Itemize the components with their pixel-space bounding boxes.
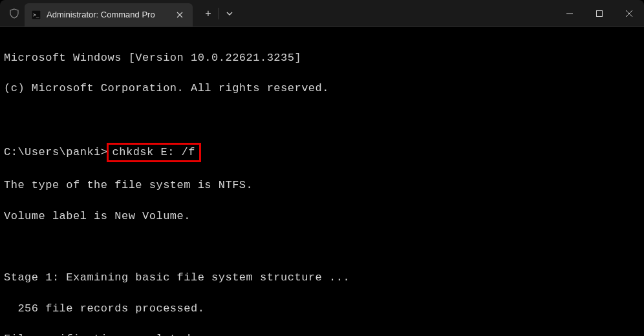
titlebar: >_ Administrator: Command Pro +: [0, 0, 644, 27]
command-highlight: chkdsk E: /f: [107, 143, 201, 162]
prompt-line: C:\Users\panki>chkdsk E: /f: [4, 143, 640, 162]
minimize-button[interactable]: [555, 0, 585, 27]
svg-rect-2: [597, 10, 603, 16]
output-line: 256 file records processed.: [4, 301, 640, 317]
blank-line: [4, 112, 640, 127]
terminal-tab[interactable]: >_ Administrator: Command Pro: [25, 3, 193, 26]
output-line: (c) Microsoft Corporation. All rights re…: [4, 81, 640, 96]
output-line: Microsoft Windows [Version 10.0.22621.32…: [4, 50, 640, 66]
output-line: Volume label is New Volume.: [4, 209, 640, 224]
blank-line: [4, 239, 640, 255]
prompt: C:\Users\panki>: [4, 145, 108, 160]
svg-text:>_: >_: [33, 12, 39, 18]
cmd-icon: >_: [31, 10, 41, 20]
tab-actions: +: [198, 3, 240, 24]
output-line: File verification completed.: [4, 331, 640, 336]
window-controls: [555, 0, 644, 26]
close-window-button[interactable]: [614, 0, 644, 27]
output-line: Stage 1: Examining basic file system str…: [4, 270, 640, 286]
maximize-button[interactable]: [585, 0, 614, 27]
admin-shield-icon: [8, 7, 21, 20]
tab-dropdown-button[interactable]: [219, 3, 240, 24]
output-line: The type of the file system is NTFS.: [4, 178, 640, 193]
new-tab-button[interactable]: +: [198, 3, 219, 24]
tab-title: Administrator: Command Pro: [47, 10, 168, 19]
terminal-output: Microsoft Windows [Version 10.0.22621.32…: [0, 27, 644, 336]
tab-close-button[interactable]: [173, 8, 186, 21]
